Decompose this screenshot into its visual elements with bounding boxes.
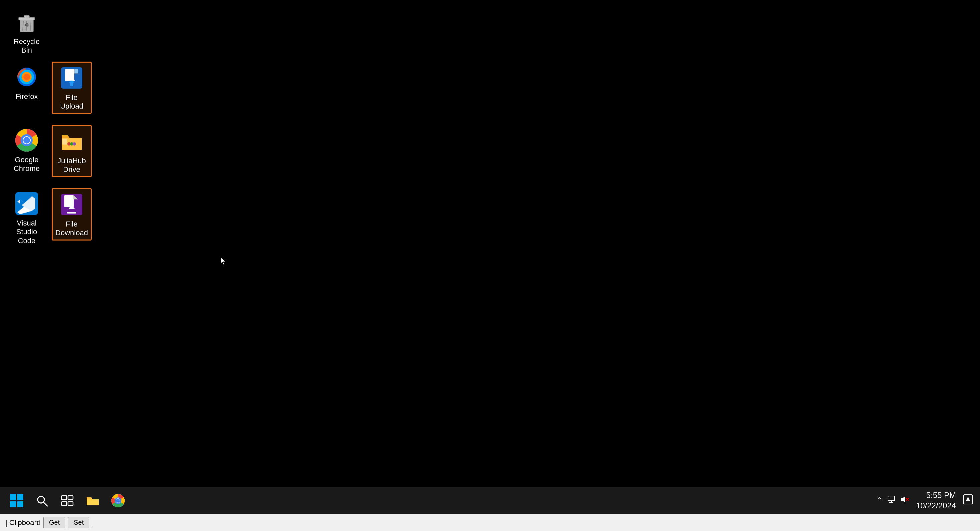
- svg-rect-31: [70, 202, 73, 209]
- cursor: [220, 257, 227, 266]
- recycle-bin-image: ♻: [13, 9, 40, 35]
- system-clock[interactable]: 5:55 PM 10/22/2024: [916, 490, 956, 511]
- svg-rect-43: [87, 499, 99, 506]
- recycle-bin-icon[interactable]: ♻ Recycle Bin: [7, 7, 47, 57]
- notification-icon[interactable]: [963, 494, 973, 507]
- svg-rect-14: [74, 69, 78, 73]
- clipboard-set-button[interactable]: Set: [68, 517, 89, 528]
- firefox-image: [13, 63, 40, 90]
- vscode-label: Visual Studio Code: [9, 219, 45, 245]
- file-upload-icon[interactable]: File Upload: [52, 62, 92, 114]
- google-chrome-desktop-icon[interactable]: Google Chrome: [7, 125, 47, 175]
- svg-rect-34: [18, 494, 23, 500]
- file-upload-label: File Upload: [55, 93, 89, 111]
- chrome-taskbar-button[interactable]: [107, 490, 129, 511]
- system-tray: ⌃ 5:55 PM 10/22/2024: [870, 487, 980, 514]
- firefox-label: Firefox: [15, 92, 38, 101]
- svg-point-10: [23, 74, 30, 80]
- svg-text:♻: ♻: [25, 22, 29, 28]
- taskbar: [0, 487, 980, 514]
- firefox-icon[interactable]: Firefox: [7, 62, 47, 103]
- clock-time: 5:55 PM: [916, 490, 956, 500]
- file-download-icon[interactable]: File Download: [52, 188, 92, 241]
- clipboard-label: | Clipboard: [5, 518, 41, 527]
- juliahub-drive-label: JuliaHub Drive: [55, 157, 89, 174]
- svg-rect-40: [68, 496, 73, 500]
- svg-rect-35: [10, 501, 16, 507]
- svg-rect-33: [10, 494, 16, 500]
- google-chrome-desktop-label: Google Chrome: [9, 155, 45, 173]
- svg-line-38: [43, 502, 47, 506]
- svg-rect-41: [62, 502, 67, 506]
- search-button[interactable]: [31, 490, 53, 511]
- vscode-image: [13, 190, 40, 217]
- svg-rect-32: [67, 212, 76, 214]
- clipboard-get-button[interactable]: Get: [43, 517, 65, 528]
- svg-rect-36: [18, 501, 23, 507]
- juliahub-drive-icon[interactable]: JuliaHub Drive: [52, 125, 92, 177]
- file-download-label: File Download: [55, 220, 89, 238]
- svg-rect-39: [62, 496, 67, 500]
- google-chrome-desktop-image: [13, 127, 40, 154]
- task-view-button[interactable]: [56, 490, 79, 511]
- svg-rect-25: [62, 139, 67, 144]
- recycle-bin-label: Recycle Bin: [9, 37, 45, 55]
- svg-point-47: [116, 499, 120, 503]
- juliahub-drive-image: [58, 128, 85, 155]
- desktop: ♻ Recycle Bin Firefox: [0, 0, 980, 498]
- svg-rect-48: [888, 496, 895, 501]
- start-button[interactable]: [5, 490, 28, 511]
- tray-speaker-icon[interactable]: [900, 495, 909, 506]
- tray-chevron-up-icon[interactable]: ⌃: [877, 496, 883, 505]
- file-download-image: [58, 191, 85, 218]
- svg-rect-42: [68, 502, 73, 506]
- clipboard-end-separator: |: [92, 518, 94, 527]
- tray-network-icon[interactable]: [887, 495, 896, 506]
- file-upload-image: [58, 65, 85, 91]
- vscode-icon[interactable]: Visual Studio Code: [7, 188, 47, 247]
- svg-rect-2: [24, 15, 29, 18]
- svg-point-24: [73, 142, 76, 146]
- clipboard-bar: | Clipboard Get Set |: [0, 514, 980, 531]
- file-explorer-button[interactable]: [81, 490, 104, 511]
- tray-icons: ⌃: [877, 495, 909, 506]
- svg-point-20: [23, 137, 30, 144]
- clock-date: 10/22/2024: [916, 500, 956, 511]
